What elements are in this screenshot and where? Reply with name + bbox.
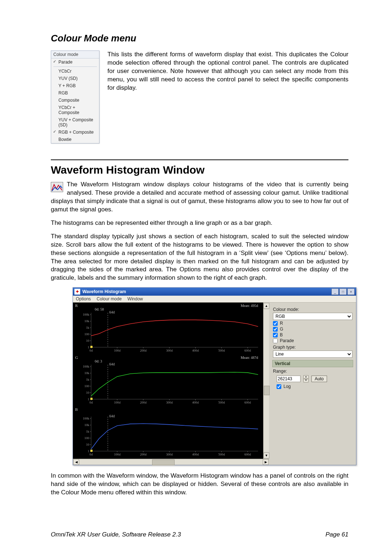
check-log[interactable] (277, 384, 281, 389)
svg-text:B: B (75, 407, 78, 412)
colour-mode-menu-screenshot: Colour mode ParadeYCbCrYUV (SD)Y + RGBRG… (51, 50, 99, 143)
paragraph-hist-2: The histograms can be represented either… (51, 219, 348, 227)
svg-text:10: 10 (86, 339, 90, 343)
svg-text:600d: 600d (244, 401, 251, 404)
heading-colour-mode-menu: Colour Mode menu (51, 33, 348, 44)
close-button[interactable]: × (347, 288, 355, 295)
svg-text:Mean: 495d: Mean: 495d (241, 304, 258, 308)
range-spinner[interactable]: ▲▼ (303, 375, 309, 382)
svg-text:R: R (75, 303, 78, 308)
check-parade-label: Parade (280, 338, 294, 343)
menu-item[interactable]: YCbCr + Composite (51, 104, 99, 116)
svg-text:0d: 58: 0d: 58 (95, 307, 104, 311)
svg-text:100: 100 (85, 332, 90, 336)
hscroll-thumb[interactable] (152, 459, 175, 465)
menu-window[interactable]: Window (127, 296, 143, 301)
check-b[interactable] (273, 333, 278, 337)
svg-text:100d: 100d (114, 453, 121, 456)
vertical-scrollbar[interactable]: ▲ ▼ (263, 303, 269, 459)
svg-text:100d: 100d (114, 349, 121, 352)
svg-text:0d: 0d (90, 349, 93, 352)
footer-left: OmniTek XR User Guide, Software Release … (51, 531, 181, 538)
svg-text:1k: 1k (86, 378, 90, 382)
menu-item[interactable]: Parade (51, 58, 99, 66)
svg-text:1: 1 (88, 449, 90, 453)
vertical-section-header: Vertical (272, 360, 353, 367)
section-divider (51, 159, 348, 160)
colour-mode-label: Colour mode: (273, 307, 352, 312)
range-label: Range: (273, 369, 287, 374)
svg-text:100: 100 (85, 384, 90, 388)
svg-text:0d: 0d (90, 401, 93, 404)
svg-text:10: 10 (86, 443, 90, 446)
svg-text:500d: 500d (218, 453, 225, 456)
svg-text:10k: 10k (85, 424, 90, 427)
svg-text:100k: 100k (83, 365, 90, 369)
menubar: Options Colour mode Window (73, 296, 356, 303)
svg-text:600d: 600d (244, 349, 251, 352)
menu-options[interactable]: Options (76, 296, 91, 301)
svg-text:400d: 400d (192, 349, 199, 352)
scroll-right-icon[interactable]: ▶ (263, 459, 269, 465)
menu-item[interactable]: YCbCr (51, 68, 99, 75)
svg-text:10k: 10k (85, 320, 90, 323)
menu-item[interactable]: Bowtie (51, 136, 99, 143)
svg-text:100k: 100k (83, 313, 90, 317)
svg-text:100d: 100d (114, 401, 121, 404)
auto-button[interactable]: Auto (311, 376, 327, 382)
svg-text:0d: 0d (90, 453, 93, 456)
svg-text:10: 10 (86, 391, 90, 394)
paragraph-colour-mode: This lists the different forms of wavefo… (107, 50, 348, 92)
waveform-histogram-window: ✦ Waveform Histogram _ □ × Options Colou… (73, 287, 356, 465)
menu-item[interactable]: Composite (51, 97, 99, 104)
plot-area: R0d: 58Mean: 495d100k10k1k1001010d100d20… (73, 303, 263, 459)
svg-text:Mean: 487d: Mean: 487d (241, 356, 258, 360)
minimize-button[interactable]: _ (331, 288, 339, 295)
svg-text:1: 1 (88, 397, 90, 401)
scroll-up-icon[interactable]: ▲ (264, 303, 269, 309)
range-value-input[interactable] (277, 376, 301, 382)
scroll-down-icon[interactable]: ▼ (264, 453, 269, 458)
svg-rect-69 (90, 398, 93, 400)
menu-item[interactable]: RGB (51, 89, 99, 97)
svg-text:300d: 300d (166, 453, 173, 456)
svg-text:400d: 400d (192, 401, 199, 404)
svg-text:100k: 100k (83, 417, 90, 421)
paragraph-hist-4: In common with the Waveform window, the … (51, 472, 348, 497)
menu-header: Colour mode (51, 51, 99, 58)
svg-text:400d: 400d (192, 453, 199, 456)
check-parade[interactable] (273, 339, 278, 343)
check-g-label: G (280, 327, 283, 332)
check-g[interactable] (273, 327, 278, 332)
check-b-label: B (280, 332, 283, 337)
maximize-button[interactable]: □ (339, 288, 347, 295)
check-r[interactable] (273, 321, 278, 326)
app-icon: ✦ (74, 289, 80, 295)
menu-colour-mode[interactable]: Colour mode (97, 296, 122, 301)
horizontal-scrollbar[interactable]: ◀ ▶ (73, 459, 269, 465)
svg-text:1: 1 (88, 345, 90, 349)
svg-text:10k: 10k (85, 372, 90, 375)
svg-text:200d: 200d (140, 349, 147, 352)
histogram-icon (51, 182, 63, 192)
colour-mode-select[interactable]: RGB (273, 313, 352, 320)
side-panel: Colour mode: RGB R G B Parade Graph type… (269, 303, 356, 459)
menu-item[interactable]: YUV + Composite (SD) (51, 116, 99, 129)
svg-text:600d: 600d (244, 453, 251, 456)
svg-text:500d: 500d (218, 349, 225, 352)
menu-item[interactable]: Y + RGB (51, 82, 99, 89)
scroll-left-icon[interactable]: ◀ (73, 459, 79, 465)
titlebar[interactable]: ✦ Waveform Histogram _ □ × (73, 288, 356, 296)
svg-text:64d: 64d (109, 362, 115, 366)
graph-type-select[interactable]: Line (273, 351, 352, 358)
svg-text:64d: 64d (109, 414, 115, 418)
footer-right: Page 61 (326, 531, 348, 538)
menu-item[interactable]: YUV (SD) (51, 75, 99, 82)
menu-item[interactable]: RGB + Composite (51, 129, 99, 136)
svg-rect-34 (90, 346, 93, 348)
scroll-thumb[interactable] (264, 386, 270, 395)
check-log-label: Log (283, 384, 291, 389)
heading-waveform-histogram: Waveform Histogram Window (51, 164, 348, 176)
svg-text:G: G (75, 355, 78, 360)
svg-text:200d: 200d (140, 453, 147, 456)
